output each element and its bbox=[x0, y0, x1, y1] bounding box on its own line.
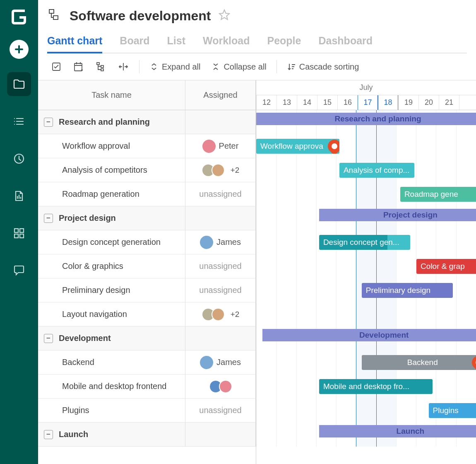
gantt-task-bar[interactable]: Workflow approva bbox=[256, 139, 339, 154]
nav-reports-icon[interactable] bbox=[7, 184, 31, 208]
assigned-cell[interactable]: unassigned bbox=[185, 182, 256, 206]
task-row[interactable]: Backend bbox=[38, 350, 185, 374]
app-logo bbox=[10, 7, 29, 27]
group-row[interactable]: −Development bbox=[38, 326, 185, 350]
tab-gantt-chart[interactable]: Gantt chart bbox=[47, 35, 102, 53]
day-header: 21 bbox=[439, 95, 459, 110]
day-header: 20 bbox=[418, 95, 439, 110]
day-header: 13 bbox=[276, 95, 297, 110]
plus-count: +2 bbox=[231, 310, 240, 319]
task-row[interactable]: Color & graphics bbox=[38, 254, 185, 278]
assigned-cell[interactable]: unassigned bbox=[185, 278, 256, 302]
task-row[interactable]: Mobile and desktop frontend bbox=[38, 375, 185, 398]
gantt-group-bar[interactable]: Research and planning bbox=[256, 113, 476, 125]
column-header-assigned: Assigned bbox=[185, 80, 256, 110]
collapse-all-button[interactable]: Collapse all bbox=[208, 60, 269, 73]
expand-all-button[interactable]: Expand all bbox=[146, 60, 204, 73]
gantt-task-bar[interactable]: Backend bbox=[362, 355, 476, 370]
task-row[interactable]: Plugins bbox=[38, 399, 185, 422]
assigned-cell[interactable]: +2 bbox=[185, 302, 256, 326]
gantt-task-bar[interactable]: Preliminary design bbox=[362, 283, 453, 298]
svg-rect-8 bbox=[75, 63, 82, 71]
day-header: 12 bbox=[256, 95, 276, 110]
nav-clock-icon[interactable] bbox=[7, 147, 31, 171]
gantt-task-bar[interactable]: Analysis of comp... bbox=[339, 163, 414, 178]
left-panel: Task name Assigned −Research and plannin… bbox=[38, 80, 256, 464]
main-content: Software development Gantt chartBoardLis… bbox=[38, 0, 476, 464]
collapse-icon[interactable]: − bbox=[44, 430, 53, 439]
day-header: 16 bbox=[337, 95, 358, 110]
group-name: Research and planning bbox=[59, 117, 150, 127]
day-header: 17 bbox=[358, 95, 378, 110]
task-row[interactable]: Roadmap generation bbox=[38, 182, 185, 206]
task-name: Backend bbox=[62, 358, 94, 367]
assigned-cell[interactable]: unassigned bbox=[185, 254, 256, 278]
tab-board[interactable]: Board bbox=[120, 35, 149, 53]
group-row[interactable]: −Research and planning bbox=[38, 110, 185, 134]
assigned-cell[interactable]: James bbox=[185, 230, 256, 254]
tool-hierarchy-icon[interactable] bbox=[92, 59, 110, 74]
gantt-task-bar[interactable]: Color & grap bbox=[416, 259, 476, 274]
expand-all-label: Expand all bbox=[162, 62, 200, 72]
group-row[interactable]: −Project design bbox=[38, 206, 185, 230]
svg-rect-3 bbox=[14, 234, 18, 238]
tab-workload[interactable]: Workload bbox=[203, 35, 250, 53]
assigned-cell[interactable] bbox=[185, 375, 256, 398]
hierarchy-icon bbox=[47, 7, 62, 24]
gantt-area: July 12131415161718192021 Research and p… bbox=[256, 80, 476, 464]
toolbar: Expand all Collapse all Cascade sorting bbox=[38, 53, 476, 80]
add-button[interactable] bbox=[10, 40, 29, 59]
gantt-group-bar[interactable]: Project design bbox=[319, 209, 476, 221]
task-row[interactable]: Layout navigation bbox=[38, 302, 185, 326]
assigned-cell[interactable]: James bbox=[185, 350, 256, 374]
fire-icon bbox=[469, 355, 476, 370]
collapse-icon[interactable]: − bbox=[44, 214, 53, 223]
assigned-cell bbox=[185, 110, 256, 134]
tab-list[interactable]: List bbox=[167, 35, 185, 53]
collapse-icon[interactable]: − bbox=[44, 334, 53, 343]
svg-rect-1 bbox=[14, 229, 18, 232]
nav-apps-icon[interactable] bbox=[7, 221, 31, 245]
project-title: Software development bbox=[70, 8, 211, 24]
collapse-all-label: Collapse all bbox=[224, 62, 266, 72]
sidebar bbox=[0, 0, 38, 464]
assigned-cell[interactable]: unassigned bbox=[185, 399, 256, 422]
gantt-task-bar[interactable]: Plugins bbox=[429, 403, 476, 418]
assigned-cell[interactable]: +2 bbox=[185, 158, 256, 182]
group-row[interactable]: −Launch bbox=[38, 423, 185, 446]
collapse-icon[interactable]: − bbox=[44, 118, 53, 127]
task-name: Design concept generation bbox=[62, 237, 161, 247]
assignee-name: James bbox=[216, 237, 241, 247]
nav-chat-icon[interactable] bbox=[7, 259, 31, 283]
task-row[interactable]: Analysis of competitors bbox=[38, 158, 185, 182]
gantt-task-bar[interactable]: Mobile and desktop fro... bbox=[319, 379, 433, 394]
day-header: 18 bbox=[378, 95, 398, 110]
nav-list-icon[interactable] bbox=[7, 109, 31, 133]
assigned-cell bbox=[185, 423, 256, 446]
cascade-sorting-button[interactable]: Cascade sorting bbox=[284, 60, 363, 73]
month-label: July bbox=[256, 80, 476, 95]
task-row[interactable]: Workflow approval bbox=[38, 134, 185, 158]
avatar bbox=[212, 164, 225, 177]
tool-width-icon[interactable] bbox=[114, 59, 132, 74]
svg-rect-11 bbox=[101, 65, 103, 68]
tool-filter-icon[interactable] bbox=[47, 59, 65, 74]
tab-dashboard[interactable]: Dashboard bbox=[318, 35, 373, 53]
gantt-group-bar[interactable]: Launch bbox=[319, 425, 476, 437]
svg-rect-12 bbox=[101, 69, 103, 71]
avatar bbox=[200, 356, 213, 369]
gantt-task-bar[interactable]: Roadmap gene bbox=[400, 187, 476, 202]
tool-calendar-icon[interactable] bbox=[70, 59, 88, 74]
star-icon[interactable] bbox=[218, 9, 231, 23]
svg-rect-6 bbox=[53, 16, 58, 19]
tab-people[interactable]: People bbox=[267, 35, 301, 53]
day-header: 14 bbox=[297, 95, 317, 110]
nav-folder-icon[interactable] bbox=[7, 72, 31, 96]
task-row[interactable]: Design concept generation bbox=[38, 230, 185, 254]
gantt-task-bar[interactable]: Design concept gen... bbox=[319, 235, 411, 250]
assigned-cell[interactable]: Peter bbox=[185, 134, 256, 158]
svg-rect-2 bbox=[20, 229, 24, 232]
gantt-group-bar[interactable]: Development bbox=[262, 329, 476, 341]
task-row[interactable]: Preliminary design bbox=[38, 278, 185, 302]
assignee-name: Peter bbox=[219, 141, 239, 151]
